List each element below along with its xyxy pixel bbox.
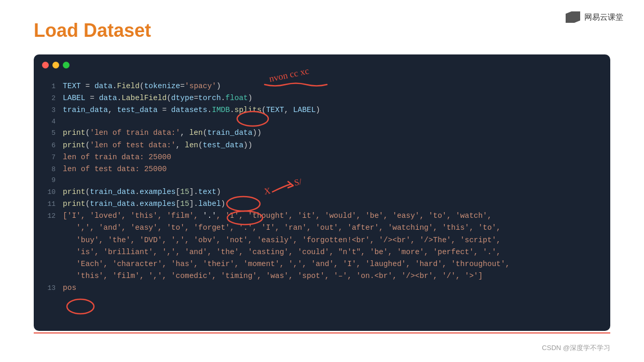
code-line-9: 9 — [44, 175, 600, 186]
code-line-5: 5 print('len of train data:', len(train_… — [44, 127, 600, 139]
code-area: 1 TEXT = data.Field(tokenize='spacy') 2 … — [34, 78, 610, 331]
code-line-12e: 'Each', 'character', 'has', 'their', 'mo… — [44, 258, 600, 270]
code-line-3: 3 train_data, test_data = datasets.IMDB.… — [44, 104, 600, 116]
logo-area: 网易云课堂 — [566, 11, 623, 23]
code-line-4: 4 — [44, 117, 600, 128]
maximize-button[interactable] — [63, 62, 70, 68]
code-line-12b: ',', 'and', 'easy', 'to', 'forget', '.',… — [44, 222, 600, 234]
code-line-12: 12 ['I', 'loved', 'this', 'film', '.', '… — [44, 210, 600, 222]
close-button[interactable] — [42, 62, 49, 68]
code-line-2: 2 LABEL = data.LabelField(dtype=torch.fl… — [44, 92, 600, 104]
code-line-13: 13 pos — [44, 282, 600, 294]
code-line-12d: 'is', 'brilliant', ',', 'and', 'the', 'c… — [44, 246, 600, 258]
code-line-1: 1 TEXT = data.Field(tokenize='spacy') — [44, 80, 600, 92]
code-line-7: 7 len of train data: 25000 — [44, 151, 600, 163]
logo-icon — [566, 11, 580, 23]
code-line-10: 10 print(train_data.examples[15].text) — [44, 186, 600, 198]
code-line-12c: 'buy', 'the', 'DVD', ',', 'obv', 'not', … — [44, 234, 600, 246]
traffic-lights — [42, 62, 70, 68]
code-line-6: 6 print('len of test data:', len(test_da… — [44, 140, 600, 151]
code-container: 1 TEXT = data.Field(tokenize='spacy') 2 … — [34, 54, 610, 331]
minimize-button[interactable] — [52, 62, 59, 68]
code-line-8: 8 len of test data: 25000 — [44, 163, 600, 175]
logo-text: 网易云课堂 — [584, 12, 623, 22]
bottom-divider — [34, 332, 610, 333]
page-title: Load Dataset — [34, 20, 151, 41]
bottom-attribution: CSDN @深度学不学习 — [542, 343, 610, 353]
code-line-12f: 'this', 'film', ',', 'comedic', 'timing'… — [44, 270, 600, 282]
page-background: Load Dataset 网易云课堂 1 TEXT = data.Field(t… — [0, 0, 644, 362]
code-line-11: 11 print(train_data.examples[15].label) — [44, 198, 600, 210]
